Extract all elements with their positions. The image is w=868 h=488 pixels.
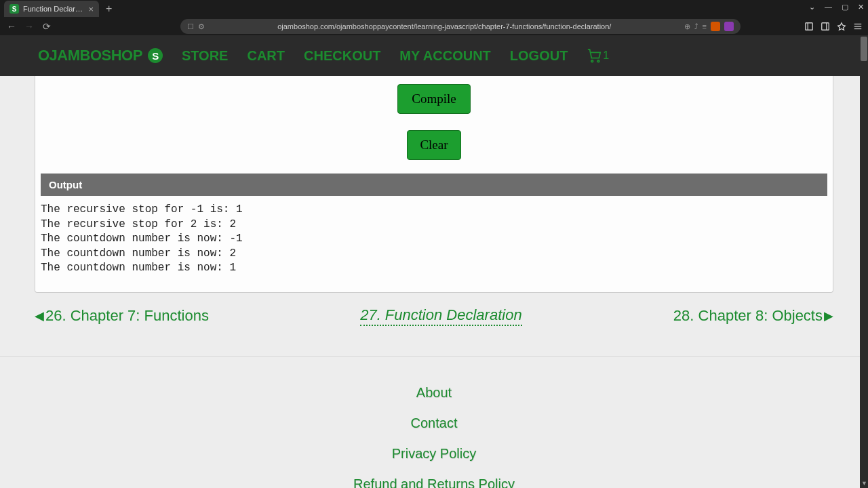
site-header: OJAMBOSHOP S STORE CART CHECKOUT MY ACCO…	[0, 35, 868, 76]
brand-logo: S	[148, 48, 163, 63]
minimize-icon[interactable]: —	[825, 3, 832, 12]
arrow-left-icon: ◀	[35, 308, 44, 323]
clear-button[interactable]: Clear	[407, 130, 460, 160]
svg-rect-0	[806, 23, 813, 30]
pagination-current: 27. Function Declaration	[360, 306, 521, 326]
chevron-down-icon[interactable]: ⌄	[809, 3, 815, 12]
footer: About Contact Privacy Policy Refund and …	[0, 356, 868, 488]
tab-favicon: S	[9, 4, 19, 14]
pagination-next-label: 28. Chapter 8: Objects	[673, 307, 823, 325]
reload-button[interactable]: ⟳	[41, 21, 53, 32]
svg-point-8	[597, 60, 599, 62]
tab-title: Function Declaration - Ojam	[23, 5, 84, 13]
compiler-panel: Compile Clear Output The recursive stop …	[35, 76, 833, 293]
pagination: ◀ 26. Chapter 7: Functions 27. Function …	[35, 306, 833, 326]
scrollbar-thumb[interactable]	[861, 37, 867, 61]
close-window-icon[interactable]: ✕	[858, 3, 864, 12]
lock-icon: ⚙	[198, 22, 205, 31]
extension-badge-1[interactable]	[711, 22, 720, 31]
back-button[interactable]: ←	[5, 21, 18, 32]
cart-icon	[587, 48, 601, 63]
tab-bar: S Function Declaration - Ojam × +	[0, 0, 868, 18]
url-text: ojamboshop.com/ojamboshoppaycontent/lear…	[210, 22, 679, 30]
toolbar-right	[804, 22, 863, 31]
content: Compile Clear Output The recursive stop …	[0, 76, 868, 488]
menu-icon[interactable]	[853, 22, 863, 31]
nav-checkout[interactable]: CHECKOUT	[304, 48, 380, 64]
scroll-down-icon[interactable]: ▼	[861, 480, 867, 487]
brand[interactable]: OJAMBOSHOP S	[38, 47, 163, 64]
maximize-icon[interactable]: ▢	[842, 3, 848, 12]
new-tab-button[interactable]: +	[106, 3, 112, 15]
browser-tab[interactable]: S Function Declaration - Ojam ×	[4, 1, 99, 17]
nav-logout[interactable]: LOGOUT	[510, 48, 568, 64]
footer-about[interactable]: About	[0, 385, 868, 401]
footer-privacy[interactable]: Privacy Policy	[0, 446, 868, 462]
pagination-next[interactable]: 28. Chapter 8: Objects ▶	[673, 307, 833, 325]
rss-icon[interactable]: ≡	[703, 22, 707, 30]
reader-icon[interactable]	[821, 22, 830, 31]
nav-my-account[interactable]: MY ACCOUNT	[399, 48, 490, 64]
browser-chrome: S Function Declaration - Ojam × + ⌄ — ▢ …	[0, 0, 868, 35]
bookmark-icon[interactable]: ☐	[187, 22, 194, 31]
url-bar[interactable]: ☐ ⚙ ojamboshop.com/ojamboshoppaycontent/…	[180, 19, 741, 34]
zoom-icon[interactable]: ⊕	[684, 22, 690, 31]
footer-contact[interactable]: Contact	[0, 415, 868, 431]
sidebar-icon[interactable]	[804, 22, 814, 31]
forward-button: →	[23, 21, 35, 32]
svg-rect-2	[822, 23, 829, 30]
compile-button[interactable]: Compile	[397, 84, 470, 114]
arrow-right-icon: ▶	[824, 308, 833, 323]
pagination-prev[interactable]: ◀ 26. Chapter 7: Functions	[35, 307, 209, 325]
nav-cart[interactable]: CART	[247, 48, 285, 64]
cart-count: 1	[603, 49, 609, 62]
output-body: The recursive stop for -1 is: 1 The recu…	[41, 196, 827, 287]
brand-text: OJAMBOSHOP	[38, 47, 142, 64]
scrollbar[interactable]: ▼	[860, 35, 868, 488]
cart-indicator[interactable]: 1	[587, 48, 609, 63]
share-icon[interactable]: ⤴	[694, 22, 698, 30]
nav-store[interactable]: STORE	[182, 48, 229, 64]
svg-point-7	[591, 60, 593, 62]
footer-refund[interactable]: Refund and Returns Policy	[0, 476, 868, 488]
extension-badge-2[interactable]	[724, 22, 734, 31]
extensions-icon[interactable]	[837, 22, 846, 31]
output-header: Output	[41, 174, 827, 196]
nav-bar: ← → ⟳ ☐ ⚙ ojamboshop.com/ojamboshoppayco…	[0, 18, 868, 35]
close-icon[interactable]: ×	[88, 4, 94, 14]
window-controls: ⌄ — ▢ ✕	[809, 3, 864, 12]
pagination-prev-label: 26. Chapter 7: Functions	[45, 307, 209, 325]
